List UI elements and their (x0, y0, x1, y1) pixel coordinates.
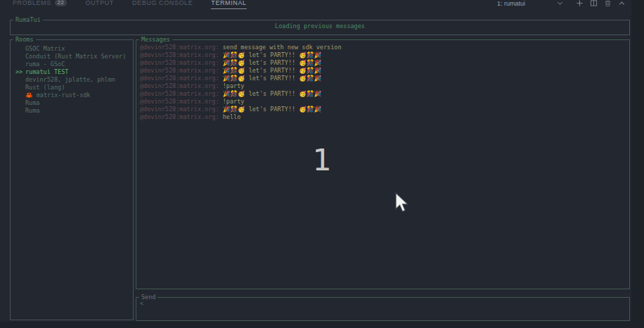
tab-terminal[interactable]: TERMINAL (211, 0, 246, 9)
room-label: rumatui TEST (25, 68, 68, 75)
tab-output[interactable]: OUTPUT (85, 0, 114, 8)
room-item[interactable]: Ruma (11, 99, 133, 107)
message-text: 🎉🎊🥳 let's PARTY!! 🥳🎊🎉 (223, 75, 321, 82)
rooms-panel: Rooms GSOC MatrixConduit (Rust Matrix Se… (10, 39, 134, 320)
tab-output-label: OUTPUT (85, 0, 114, 6)
mouse-cursor (394, 191, 410, 214)
message-text: 🎉🎊🥳 let's PARTY!! 🥳🎊🎉 (223, 90, 321, 97)
split-terminal-icon (590, 0, 598, 7)
tab-terminal-label: TERMINAL (211, 0, 246, 6)
panel-header: PROBLEMS 22 OUTPUT DEBUG CONSOLE TERMINA… (0, 0, 644, 11)
tab-problems-label: PROBLEMS (13, 0, 51, 6)
room-item[interactable]: Conduit (Rust Matrix Server) (11, 53, 133, 61)
new-terminal-button[interactable] (576, 0, 584, 7)
chevron-up-icon (618, 0, 626, 7)
room-item[interactable]: >>rumatui TEST (11, 68, 133, 76)
message-sender: @devinr528:matrix.org: (140, 67, 223, 74)
message-sender: @devinr528:matrix.org: (140, 90, 223, 97)
terminal-picker-label: 1: rumatui (497, 0, 525, 7)
room-item[interactable]: GSOC Matrix (11, 45, 133, 53)
message-line: @devinr528:matrix.org: 🎉🎊🥳 let's PARTY!!… (140, 106, 627, 113)
tab-debug-console[interactable]: DEBUG CONSOLE (132, 0, 193, 8)
message-sender: @devinr528:matrix.org: (140, 82, 223, 89)
message-sender: @devinr528:matrix.org: (140, 44, 223, 51)
room-item[interactable]: 🦀 matrix-rust-sdk (11, 92, 133, 99)
message-sender: @devinr528:matrix.org: (140, 106, 223, 113)
panel-tabs: PROBLEMS 22 OUTPUT DEBUG CONSOLE TERMINA… (13, 0, 265, 9)
message-text: send message with new sdk version (223, 44, 342, 51)
messages-panel: Messages @devinr528:matrix.org: send mes… (136, 39, 630, 289)
message-sender: @devinr528:matrix.org: (140, 113, 223, 120)
messages-panel-title: Messages (139, 36, 172, 43)
room-label: 🦀 matrix-rust-sdk (25, 92, 91, 99)
room-label: Conduit (Rust Matrix Server) (25, 53, 126, 60)
send-panel: Send < (136, 297, 630, 321)
message-sender: @devinr528:matrix.org: (140, 59, 223, 66)
message-text: 🎉🎊🥳 let's PARTY!! 🥳🎊🎉 (223, 67, 321, 74)
message-line: @devinr528:matrix.org: 🎉🎊🥳 let's PARTY!!… (140, 51, 627, 59)
panel-bottom-edge (0, 322, 644, 328)
message-text: 🎉🎊🥳 let's PARTY!! 🥳🎊🎉 (223, 106, 321, 113)
room-item[interactable]: Rust (lang) (11, 84, 133, 92)
kill-terminal-button[interactable] (604, 0, 612, 7)
room-label: Rust (lang) (25, 84, 65, 91)
problems-count-badge: 22 (55, 0, 67, 6)
message-line: @devinr528:matrix.org: !party (140, 98, 627, 106)
trash-icon (604, 0, 612, 7)
room-label: Ruma (25, 107, 39, 114)
message-text: 🎉🎊🥳 let's PARTY!! 🥳🎊🎉 (223, 51, 321, 58)
message-text: 🎉🎊🥳 let's PARTY!! 🥳🎊🎉 (223, 59, 321, 66)
terminal-picker[interactable]: 1: rumatui (497, 0, 564, 7)
selected-room-marker: >> (15, 68, 22, 76)
rooms-panel-title: Rooms (13, 36, 36, 43)
message-line: @devinr528:matrix.org: 🎉🎊🥳 let's PARTY!!… (140, 90, 627, 98)
chevron-down-icon (556, 0, 564, 7)
rooms-list: GSOC MatrixConduit (Rust Matrix Server)r… (11, 45, 133, 115)
message-line: @devinr528:matrix.org: hello (140, 113, 627, 121)
message-sender: @devinr528:matrix.org: (140, 75, 223, 82)
rumatui-panel: RumaTui Loading previous messages (10, 20, 630, 35)
message-line: @devinr528:matrix.org: 🎉🎊🥳 let's PARTY!!… (140, 75, 627, 82)
room-label: GSOC Matrix (25, 45, 65, 52)
room-label: devinr528, jplatte, phlmn (25, 76, 115, 83)
room-item[interactable]: devinr528, jplatte, phlmn (11, 76, 133, 84)
messages-list: @devinr528:matrix.org: send message with… (140, 44, 627, 121)
message-sender: @devinr528:matrix.org: (140, 51, 223, 58)
message-sender: @devinr528:matrix.org: (140, 98, 223, 105)
tab-debug-console-label: DEBUG CONSOLE (132, 0, 193, 6)
message-line: @devinr528:matrix.org: send message with… (140, 44, 627, 51)
message-text: hello (223, 113, 241, 120)
loading-status: Loading previous messages (11, 23, 629, 30)
message-line: @devinr528:matrix.org: !party (140, 82, 627, 90)
room-label: ruma - GSoC (25, 61, 65, 68)
room-label: Ruma (25, 99, 39, 106)
split-terminal-button[interactable] (590, 0, 598, 7)
message-text: !party (223, 82, 245, 89)
room-item[interactable]: Ruma (11, 107, 133, 115)
plus-icon (576, 0, 584, 7)
room-item[interactable]: ruma - GSoC (11, 61, 133, 68)
send-input[interactable]: < (140, 300, 143, 308)
message-text: !party (223, 98, 245, 105)
terminal-controls: 1: rumatui (497, 0, 640, 8)
message-line: @devinr528:matrix.org: 🎉🎊🥳 let's PARTY!!… (140, 67, 627, 75)
maximize-panel-button[interactable] (618, 0, 626, 7)
overlay-number: 1 (308, 143, 336, 177)
terminal-scrollbar-gutter[interactable] (631, 0, 644, 328)
tab-problems[interactable]: PROBLEMS 22 (13, 0, 67, 8)
message-line: @devinr528:matrix.org: 🎉🎊🥳 let's PARTY!!… (140, 59, 627, 67)
